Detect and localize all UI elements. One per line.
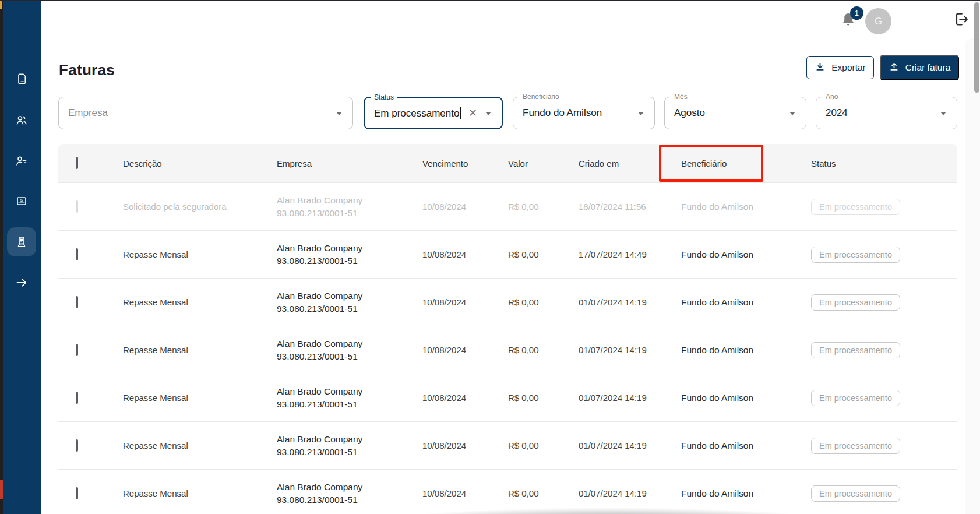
column-header-status: Status <box>811 159 957 168</box>
cell-beneficiario: Fundo do Amilson <box>681 345 811 355</box>
table-row: Solicitado pela seguradora Alan Brado Co… <box>58 182 957 230</box>
cell-criado-em: 01/07/2024 14:19 <box>579 345 681 355</box>
appbar: 1 G <box>41 1 980 38</box>
cell-vencimento: 10/08/2024 <box>422 393 508 403</box>
status-badge: Em processamento <box>811 438 900 454</box>
row-checkbox[interactable] <box>76 344 78 356</box>
cell-beneficiario: Fundo do Amilson <box>681 393 811 403</box>
row-checkbox[interactable] <box>76 200 78 213</box>
notification-badge: 1 <box>850 6 863 20</box>
cell-beneficiario: Fundo do Amilson <box>681 249 811 260</box>
cell-empresa: Alan Brado Company93.080.213/0001-51 <box>277 290 422 315</box>
sidebar: $ <box>3 0 41 514</box>
cell-descricao: Solicitado pela seguradora <box>123 202 277 212</box>
cell-beneficiario: Fundo do Amilson <box>681 488 811 499</box>
filter-ano-select[interactable]: Ano 2024 <box>816 97 957 129</box>
cell-valor: R$ 0,00 <box>508 297 579 307</box>
main-content: Faturas Exportar Criar fatura Empresa St… <box>41 38 965 514</box>
filter-empresa-placeholder: Empresa <box>68 107 108 119</box>
download-icon <box>815 61 826 75</box>
screen-left-edge <box>0 0 3 514</box>
sidebar-item-documents[interactable] <box>10 68 33 91</box>
sidebar-item-invoices[interactable] <box>10 230 33 254</box>
row-checkbox[interactable] <box>76 248 78 260</box>
select-all-checkbox[interactable] <box>76 157 78 169</box>
chevron-down-icon <box>940 112 946 115</box>
filter-beneficiario-select[interactable]: Beneficiário Fundo do Amilson <box>513 97 655 129</box>
cell-vencimento: 10/08/2024 <box>422 441 508 450</box>
row-checkbox[interactable] <box>76 296 78 308</box>
cell-descricao: Repasse Mensal <box>123 488 277 498</box>
filter-beneficiario-value: Fundo do Amilson <box>523 107 602 119</box>
cell-descricao: Repasse Mensal <box>123 345 277 355</box>
window-top-edge <box>0 0 980 1</box>
filter-mes-select[interactable]: Mês Agosto <box>664 97 806 129</box>
cell-vencimento: 10/08/2024 <box>422 249 508 259</box>
cell-descricao: Repasse Mensal <box>123 441 277 450</box>
cell-criado-em: 01/07/2024 14:19 <box>579 441 681 450</box>
cell-valor: R$ 0,00 <box>508 488 579 498</box>
row-checkbox[interactable] <box>76 439 78 452</box>
clear-icon[interactable]: ✕ <box>468 108 477 118</box>
table-row: Repasse Mensal Alan Brado Company93.080.… <box>58 230 957 278</box>
arrow-right-icon <box>15 276 29 290</box>
user-badge-icon <box>15 154 29 168</box>
column-header-criado-em: Criado em <box>579 159 681 168</box>
filter-beneficiario-label: Beneficiário <box>520 93 562 101</box>
sidebar-item-billing[interactable]: $ <box>10 189 33 213</box>
cell-descricao: Repasse Mensal <box>123 297 277 307</box>
create-invoice-button-label: Criar fatura <box>905 62 951 73</box>
cell-empresa: Alan Brado Company93.080.213/0001-51 <box>277 481 422 506</box>
title-divider <box>58 89 957 89</box>
cell-beneficiario: Fundo do Amilson <box>681 441 811 451</box>
bell-icon <box>840 21 857 31</box>
status-badge: Em processamento <box>811 485 900 502</box>
filter-empresa-select[interactable]: Empresa <box>58 97 353 129</box>
text-cursor <box>460 107 461 119</box>
cell-valor: R$ 0,00 <box>508 202 579 212</box>
filter-mes-value: Agosto <box>674 107 705 119</box>
sidebar-item-beneficiaries[interactable] <box>10 149 33 172</box>
filter-status-label: Status <box>371 93 397 101</box>
create-invoice-button[interactable]: Criar fatura <box>880 55 959 80</box>
column-header-vencimento: Vencimento <box>422 159 508 168</box>
table-row: Repasse Mensal Alan Brado Company93.080.… <box>58 421 957 469</box>
sidebar-item-collapse[interactable] <box>10 271 33 294</box>
avatar[interactable]: G <box>865 8 891 34</box>
filter-ano-label: Ano <box>823 93 841 101</box>
column-header-empresa: Empresa <box>277 159 422 168</box>
sidebar-item-users[interactable] <box>10 108 33 132</box>
row-checkbox[interactable] <box>76 487 78 499</box>
table-row: Repasse Mensal Alan Brado Company93.080.… <box>58 278 957 326</box>
svg-text:$: $ <box>20 198 23 203</box>
row-checkbox[interactable] <box>76 392 78 404</box>
cell-empresa: Alan Brado Company93.080.213/0001-51 <box>277 385 422 411</box>
cell-beneficiario: Fundo do Amilson <box>681 202 811 212</box>
cell-empresa: Alan Brado Company93.080.213/0001-51 <box>277 242 422 267</box>
filter-mes-label: Mês <box>671 93 690 101</box>
cell-vencimento: 10/08/2024 <box>422 345 508 355</box>
cell-valor: R$ 0,00 <box>508 345 579 355</box>
cell-descricao: Repasse Mensal <box>123 249 277 259</box>
chevron-down-icon <box>638 112 644 115</box>
cell-criado-em: 17/07/2024 14:49 <box>579 249 681 259</box>
cell-beneficiario: Fundo do Amilson <box>681 297 811 308</box>
status-badge: Em processamento <box>811 342 900 358</box>
status-badge: Em processamento <box>811 294 900 311</box>
column-header-descricao: Descrição <box>123 159 277 168</box>
cell-criado-em: 01/07/2024 14:19 <box>579 297 681 307</box>
table-header-row: Descrição Empresa Vencimento Valor Criad… <box>58 144 957 182</box>
logout-icon <box>953 19 969 29</box>
cell-descricao: Repasse Mensal <box>123 393 277 403</box>
export-button-label: Exportar <box>831 62 866 73</box>
cell-criado-em: 01/07/2024 14:19 <box>579 393 681 403</box>
export-button[interactable]: Exportar <box>806 56 874 79</box>
filter-status-select[interactable]: Status Em processamento ✕ <box>364 97 503 129</box>
table-row: Repasse Mensal Alan Brado Company93.080.… <box>58 469 957 514</box>
invoices-table: Descrição Empresa Vencimento Valor Criad… <box>58 144 957 514</box>
edge-red-mark <box>0 480 3 499</box>
logout-button[interactable] <box>953 11 970 29</box>
cell-vencimento: 10/08/2024 <box>422 202 508 212</box>
vertical-scrollbar[interactable] <box>974 2 979 93</box>
column-header-beneficiario: Beneficiário <box>681 159 811 168</box>
